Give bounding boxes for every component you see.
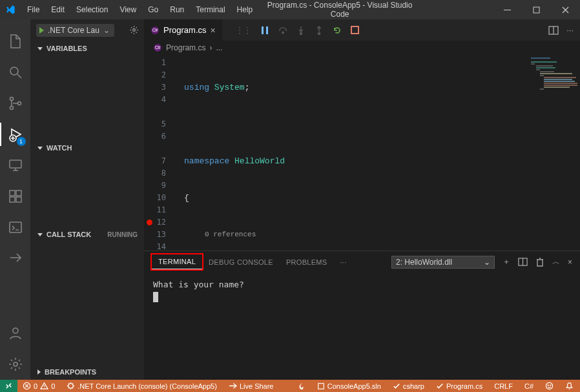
language-status[interactable]: C# — [522, 382, 536, 390]
terminal-output[interactable]: What is your name? — [144, 273, 580, 380]
close-icon[interactable]: × — [211, 25, 216, 36]
activity-bar: 1 — [0, 19, 31, 380]
stop-icon[interactable] — [351, 26, 360, 35]
menu-bar: File Edit Selection View Go Run Terminal… — [22, 3, 258, 17]
svg-point-31 — [546, 382, 552, 389]
live-share-icon[interactable] — [0, 243, 31, 274]
csharp-status[interactable]: csharp — [390, 382, 427, 390]
close-panel-icon[interactable]: × — [568, 258, 572, 267]
extensions-icon[interactable] — [0, 181, 31, 212]
callstack-section[interactable]: CALL STACK RUNNING — [31, 227, 144, 242]
kill-terminal-icon[interactable] — [535, 258, 544, 267]
panel-tabs: TERMINAL DEBUG CONSOLE PROBLEMS ··· 2: H… — [144, 251, 580, 273]
more-actions-icon[interactable]: ··· — [566, 25, 574, 35]
window-title: Program.cs - ConsoleApp5 - Visual Studio… — [258, 1, 422, 19]
menu-help[interactable]: Help — [232, 3, 258, 17]
tab-debug-console[interactable]: DEBUG CONSOLE — [202, 255, 280, 269]
step-out-icon[interactable] — [315, 26, 324, 35]
debug-floating-toolbar[interactable]: ⋮⋮ — [231, 19, 365, 41]
menu-run[interactable]: Run — [165, 3, 189, 17]
minimap[interactable] — [528, 55, 580, 251]
watch-section[interactable]: WATCH — [31, 140, 144, 156]
remote-explorer-icon[interactable] — [0, 150, 31, 181]
menu-selection[interactable]: Selection — [71, 3, 113, 17]
menu-terminal[interactable]: Terminal — [191, 3, 230, 17]
callstack-label: CALL STACK — [47, 231, 91, 238]
panel: TERMINAL DEBUG CONSOLE PROBLEMS ··· 2: H… — [144, 251, 580, 380]
vscode-logo-icon — [5, 5, 16, 15]
svg-rect-0 — [504, 10, 511, 10]
svg-rect-8 — [10, 191, 15, 196]
step-over-icon[interactable] — [278, 26, 287, 35]
svg-rect-1 — [533, 7, 539, 13]
encoding-status[interactable]: CRLF — [492, 382, 515, 390]
launch-config-name: .NET Core Lau — [48, 26, 99, 35]
settings-icon[interactable] — [0, 349, 31, 380]
tab-problems[interactable]: PROBLEMS — [280, 255, 334, 269]
solution-status[interactable]: ConsoleApp5.sln — [315, 382, 384, 390]
svg-point-22 — [318, 32, 320, 34]
breadcrumb-file: Program.cs — [166, 43, 205, 52]
tab-terminal[interactable]: TERMINAL — [152, 254, 202, 269]
menu-edit[interactable]: Edit — [46, 3, 70, 17]
explorer-icon[interactable] — [0, 26, 31, 57]
drag-grip-icon[interactable]: ⋮⋮ — [236, 26, 251, 35]
live-share-status[interactable]: Live Share — [226, 382, 276, 390]
accounts-icon[interactable] — [0, 318, 31, 349]
errors-warnings[interactable]: 0 0 — [20, 382, 57, 390]
flame-icon[interactable] — [295, 382, 308, 390]
close-button[interactable] — [551, 0, 580, 19]
svg-text:C#: C# — [155, 45, 161, 50]
pause-icon[interactable] — [260, 26, 269, 35]
editor-tab-program[interactable]: C# Program.cs × — [144, 19, 223, 41]
feedback-icon[interactable] — [543, 382, 556, 390]
debug-badge: 1 — [17, 137, 26, 146]
csharp-file-icon: C# — [153, 43, 162, 52]
svg-rect-18 — [262, 26, 264, 34]
svg-point-5 — [17, 102, 21, 105]
menu-go[interactable]: Go — [143, 3, 163, 17]
split-editor-icon[interactable] — [548, 25, 559, 36]
breadcrumb[interactable]: C# Program.cs › ... — [144, 41, 580, 55]
breakpoint-marker[interactable]: 12 — [144, 216, 166, 229]
chevron-down-icon[interactable]: ⌄ — [103, 26, 110, 35]
more-tabs-icon[interactable]: ··· — [333, 255, 353, 269]
notifications-icon[interactable] — [563, 382, 576, 390]
svg-point-3 — [10, 98, 13, 101]
svg-rect-30 — [318, 383, 324, 389]
terminal-selector[interactable]: 2: HelloWorld.dll ⌄ — [391, 256, 495, 269]
program-status[interactable]: Program.cs — [433, 382, 485, 390]
new-terminal-icon[interactable]: ＋ — [502, 256, 510, 267]
debug-toolbar: .NET Core Lau ⌄ — [31, 19, 144, 41]
editor-body[interactable]: 1 2 3 4 5 6 7 8 9 10 11 12 13 14 15 usin… — [144, 55, 580, 251]
chevron-down-icon — [37, 147, 43, 150]
variables-section[interactable]: VARIABLES — [31, 41, 144, 56]
terminal-activity-icon[interactable] — [0, 212, 31, 243]
code-area[interactable]: using System; namespace HelloWorld { 0 r… — [175, 55, 528, 251]
terminal-line: What is your name? — [153, 279, 571, 291]
watch-label: WATCH — [47, 144, 72, 152]
menu-view[interactable]: View — [114, 3, 141, 17]
remote-indicator[interactable] — [0, 380, 17, 392]
split-terminal-icon[interactable] — [518, 257, 528, 267]
csharp-file-icon: C# — [150, 26, 160, 35]
maximize-panel-icon[interactable]: ︿ — [552, 256, 560, 267]
debug-launch-status[interactable]: .NET Core Launch (console) (ConsoleApp5) — [64, 382, 220, 390]
breakpoints-section[interactable]: BREAKPOINTS — [31, 364, 144, 380]
run-debug-icon[interactable]: 1 — [0, 119, 31, 150]
restart-icon[interactable] — [333, 26, 342, 35]
gear-icon[interactable] — [129, 25, 139, 35]
maximize-button[interactable] — [522, 0, 551, 19]
launch-config-selector[interactable]: .NET Core Lau ⌄ — [36, 24, 114, 37]
chevron-down-icon — [37, 233, 43, 236]
svg-point-4 — [10, 107, 13, 110]
search-icon[interactable] — [0, 57, 31, 88]
step-into-icon[interactable] — [296, 26, 306, 35]
minimize-button[interactable] — [493, 0, 522, 19]
svg-rect-9 — [10, 197, 15, 202]
codelens-references[interactable]: 0 references — [184, 231, 256, 238]
source-control-icon[interactable] — [0, 88, 31, 119]
menu-file[interactable]: File — [22, 3, 45, 17]
svg-rect-7 — [10, 160, 21, 168]
start-debug-icon[interactable] — [39, 27, 44, 34]
